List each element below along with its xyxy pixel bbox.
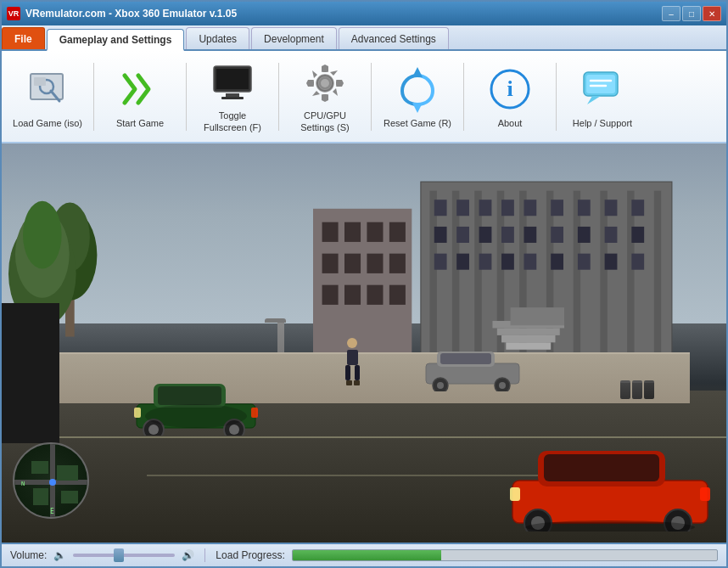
svg-rect-99	[354, 380, 360, 385]
svg-rect-122	[61, 491, 78, 503]
toolbar-sep-3	[278, 63, 279, 131]
tab-development[interactable]: Development	[251, 27, 337, 49]
start-game-button[interactable]: Start Game	[98, 56, 182, 137]
svg-rect-17	[586, 75, 615, 93]
svg-rect-62	[551, 253, 563, 269]
svg-rect-70	[511, 307, 564, 325]
game-scene: E N	[2, 143, 726, 543]
svg-rect-68	[501, 335, 555, 341]
reset-game-button[interactable]: Reset Game (R)	[375, 56, 460, 137]
svg-rect-75	[389, 222, 406, 241]
svg-rect-65	[632, 253, 645, 269]
tab-gameplay[interactable]: Gameplay and Settings	[47, 29, 185, 51]
toggle-fullscreen-button[interactable]: Toggle Fullscreen (F)	[190, 56, 275, 137]
tab-updates[interactable]: Updates	[186, 27, 249, 49]
svg-rect-64	[605, 253, 618, 269]
toolbar-sep-1	[93, 63, 94, 131]
svg-rect-97	[355, 365, 360, 380]
load-progress-label: Load Progress:	[216, 549, 284, 561]
tab-bar: File Gameplay and Settings Updates Devel…	[2, 25, 726, 51]
toolbar-sep-2	[186, 63, 187, 131]
svg-marker-13	[412, 103, 423, 113]
toolbar: Load Game (iso) Start Game	[2, 51, 726, 143]
svg-rect-73	[344, 222, 361, 241]
svg-rect-49	[456, 227, 469, 243]
svg-marker-12	[412, 67, 423, 77]
svg-rect-55	[605, 227, 618, 243]
title-bar: VR VRemulator.com - Xbox 360 Emulator v.…	[2, 2, 726, 25]
close-button[interactable]: ✕	[703, 6, 721, 21]
svg-rect-7	[221, 97, 244, 99]
tab-advanced[interactable]: Advanced Settings	[339, 27, 449, 49]
volume-max-icon: 🔊	[182, 549, 194, 561]
svg-rect-40	[456, 200, 469, 216]
svg-rect-48	[434, 227, 447, 243]
start-game-label: Start Game	[116, 118, 164, 129]
maximize-button[interactable]: □	[682, 6, 701, 21]
tab-file[interactable]: File	[2, 27, 45, 49]
svg-rect-121	[33, 488, 48, 505]
svg-rect-3	[34, 77, 46, 86]
window-title: VRemulator.com - Xbox 360 Emulator v.1.0…	[25, 8, 237, 20]
monitor-icon	[207, 59, 258, 107]
svg-rect-57	[434, 253, 447, 269]
chat-icon	[577, 64, 628, 115]
about-button[interactable]: i About	[468, 56, 552, 137]
svg-rect-79	[389, 253, 406, 273]
info-icon: i	[484, 64, 535, 115]
svg-point-24	[23, 200, 62, 268]
cpu-gpu-settings-button[interactable]: CPU/GPU Settings (S)	[283, 56, 367, 137]
cpu-gpu-settings-label: CPU/GPU Settings (S)	[288, 110, 361, 132]
toolbar-sep-6	[556, 63, 557, 131]
svg-rect-52	[524, 227, 537, 243]
svg-rect-63	[578, 253, 591, 269]
svg-rect-91	[134, 408, 141, 418]
svg-rect-82	[367, 284, 384, 304]
toolbar-sep-4	[371, 63, 372, 131]
svg-rect-56	[632, 227, 645, 243]
svg-rect-96	[345, 365, 350, 380]
reset-icon	[392, 64, 443, 115]
help-support-label: Help / Support	[573, 118, 632, 129]
svg-rect-81	[344, 284, 361, 304]
load-game-icon	[22, 64, 73, 115]
load-game-label: Load Game (iso)	[13, 118, 82, 129]
minimize-button[interactable]: –	[662, 6, 680, 21]
svg-rect-53	[551, 227, 563, 243]
svg-point-88	[148, 425, 159, 435]
svg-point-9	[321, 79, 329, 87]
gear-icon	[300, 59, 350, 107]
svg-rect-41	[479, 200, 492, 216]
svg-rect-74	[367, 222, 384, 241]
svg-rect-39	[434, 200, 447, 216]
svg-rect-60	[501, 253, 514, 269]
svg-rect-76	[322, 253, 339, 273]
volume-handle[interactable]	[114, 548, 124, 562]
title-bar-controls: – □ ✕	[662, 6, 721, 21]
title-bar-left: VR VRemulator.com - Xbox 360 Emulator v.…	[7, 7, 237, 20]
svg-rect-47	[632, 200, 645, 216]
help-support-button[interactable]: Help / Support	[560, 56, 645, 137]
volume-slider[interactable]	[73, 554, 175, 557]
about-label: About	[498, 118, 523, 129]
status-bar: Volume: 🔈 🔊 Load Progress:	[2, 543, 726, 566]
svg-rect-83	[389, 284, 406, 304]
svg-rect-67	[497, 328, 560, 335]
status-separator	[204, 548, 205, 562]
svg-rect-114	[510, 487, 520, 501]
svg-point-90	[229, 425, 239, 435]
load-game-button[interactable]: Load Game (iso)	[5, 56, 90, 137]
svg-rect-51	[501, 227, 514, 243]
svg-rect-115	[700, 487, 710, 501]
svg-rect-58	[456, 253, 469, 269]
svg-point-94	[347, 338, 357, 348]
svg-text:E: E	[50, 508, 54, 515]
reset-game-label: Reset Game (R)	[384, 118, 451, 129]
svg-rect-61	[524, 253, 537, 269]
svg-point-104	[437, 382, 444, 389]
svg-point-123	[49, 479, 56, 486]
svg-rect-46	[605, 200, 618, 216]
svg-text:i: i	[507, 76, 512, 101]
svg-rect-78	[367, 253, 384, 273]
svg-rect-98	[346, 380, 352, 385]
